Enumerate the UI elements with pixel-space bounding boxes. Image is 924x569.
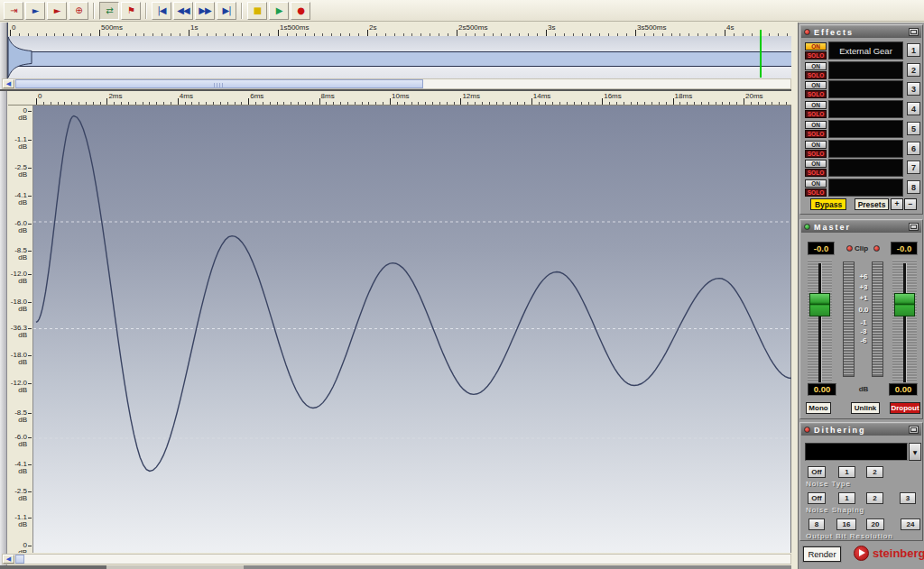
effect-slot-number-button[interactable]: 4 bbox=[907, 102, 920, 115]
overview-scrollbar-thumb[interactable] bbox=[15, 79, 423, 88]
window-button-icon[interactable] bbox=[909, 223, 919, 231]
level-meter-left bbox=[843, 262, 855, 377]
noise-shaping-option-button[interactable]: 3 bbox=[900, 492, 916, 504]
stop-button[interactable]: ■ bbox=[247, 2, 267, 20]
play-from-marker-button[interactable]: ► bbox=[25, 2, 45, 20]
render-button[interactable]: Render bbox=[803, 546, 841, 562]
mono-button[interactable]: Mono bbox=[806, 402, 831, 414]
main-scrollbar-thumb[interactable] bbox=[15, 555, 24, 564]
loop-button[interactable]: ⇄ bbox=[99, 2, 119, 20]
effect-solo-button[interactable]: SOLO bbox=[805, 169, 827, 177]
effect-solo-button[interactable]: SOLO bbox=[805, 71, 827, 79]
effect-on-button[interactable]: ON bbox=[805, 121, 827, 129]
noise-shaping-option-button[interactable]: 1 bbox=[838, 492, 855, 504]
db-scale-tick bbox=[28, 413, 32, 414]
marker-options-button[interactable]: ⊕ bbox=[69, 2, 88, 20]
effect-solo-button[interactable]: SOLO bbox=[805, 150, 827, 158]
ruler-tick bbox=[546, 30, 547, 36]
effect-on-button[interactable]: ON bbox=[805, 42, 827, 50]
play-button[interactable]: ▶ bbox=[269, 2, 289, 20]
noise-shaping-option-button[interactable]: Off bbox=[808, 492, 826, 504]
record-button[interactable]: ● bbox=[291, 2, 310, 20]
effect-slot-display[interactable]: External Gear bbox=[828, 41, 903, 60]
effect-on-button[interactable]: ON bbox=[805, 160, 827, 168]
effect-on-button[interactable]: ON bbox=[805, 141, 827, 149]
db-scale-tick bbox=[28, 491, 32, 492]
master-fader-left[interactable] bbox=[808, 260, 832, 386]
unlink-button[interactable]: Unlink bbox=[851, 402, 880, 414]
main-scrollbar[interactable]: ◀ bbox=[2, 554, 791, 564]
effect-slot-display[interactable] bbox=[828, 140, 903, 158]
add-effect-button[interactable]: + bbox=[891, 198, 903, 210]
bit-resolution-option-button[interactable]: 20 bbox=[866, 519, 884, 530]
play-to-marker-button[interactable]: ► bbox=[47, 2, 67, 20]
effect-slot-display[interactable] bbox=[828, 61, 903, 79]
waveform-editor[interactable] bbox=[33, 106, 791, 553]
drop-marker-button[interactable]: ⇥ bbox=[4, 2, 23, 20]
overview-time-ruler[interactable]: 0500ms1s1s500ms2s2s500ms3s3s500ms4s bbox=[7, 23, 791, 36]
noise-type-option-button[interactable]: Off bbox=[808, 466, 826, 478]
noise-type-option-button[interactable]: 1 bbox=[838, 466, 855, 478]
effect-solo-button[interactable]: SOLO bbox=[805, 188, 827, 197]
fader-handle[interactable] bbox=[809, 293, 830, 317]
effect-on-button[interactable]: ON bbox=[805, 81, 827, 89]
noise-shaping-option-button[interactable]: 2 bbox=[866, 492, 883, 504]
dither-plugin-display[interactable] bbox=[805, 443, 908, 461]
overview-waveform[interactable] bbox=[7, 36, 791, 78]
noise-type-option-button[interactable]: 2 bbox=[866, 466, 883, 478]
effect-solo-button[interactable]: SOLO bbox=[805, 110, 827, 118]
bit-resolution-option-button[interactable]: 24 bbox=[901, 519, 920, 530]
go-to-end-button[interactable]: ▶| bbox=[217, 2, 236, 20]
overview-scrollbar[interactable]: ◀ bbox=[2, 78, 791, 89]
scroll-left-icon[interactable]: ◀ bbox=[3, 79, 14, 88]
scrollbar-grip bbox=[214, 83, 225, 88]
scroll-left-icon[interactable]: ◀ bbox=[3, 555, 14, 564]
effect-slot-number-button[interactable]: 1 bbox=[907, 43, 920, 57]
fader-handle[interactable] bbox=[894, 293, 915, 317]
main-time-ruler[interactable]: 02ms4ms6ms8ms10ms12ms14ms16ms18ms20ms bbox=[8, 91, 791, 106]
dropout-button[interactable]: Dropout bbox=[890, 402, 920, 414]
effect-slot-display[interactable] bbox=[828, 120, 903, 138]
bypass-button[interactable]: Bypass bbox=[810, 198, 846, 210]
insert-marker-icon: ⚑ bbox=[127, 6, 134, 15]
ruler-tick-label: 1s bbox=[190, 23, 198, 32]
effect-slot-number-button[interactable]: 5 bbox=[907, 122, 920, 135]
effect-slot-number-button[interactable]: 6 bbox=[907, 142, 920, 155]
effect-on-button[interactable]: ON bbox=[805, 179, 827, 188]
rewind-button[interactable]: ◀◀ bbox=[173, 2, 193, 20]
ruler-tick-label: 16ms bbox=[604, 92, 622, 100]
effect-slot-display[interactable] bbox=[828, 100, 903, 118]
effect-slot-number-button[interactable]: 3 bbox=[907, 82, 920, 96]
effects-title-bar[interactable]: Effects bbox=[801, 26, 921, 38]
dithering-title-bar[interactable]: Dithering bbox=[801, 424, 921, 436]
presets-button[interactable]: Presets bbox=[855, 198, 889, 210]
effect-slot-number-button[interactable]: 2 bbox=[907, 63, 920, 77]
bit-resolution-option-button[interactable]: 16 bbox=[836, 519, 856, 530]
effect-slot-display[interactable] bbox=[828, 179, 903, 197]
effect-solo-button[interactable]: SOLO bbox=[805, 130, 827, 138]
ruler-tick bbox=[744, 98, 744, 105]
db-scale-tick bbox=[28, 196, 32, 197]
effect-solo-button[interactable]: SOLO bbox=[805, 51, 827, 60]
effect-on-button[interactable]: ON bbox=[805, 101, 827, 109]
remove-effect-button[interactable]: − bbox=[904, 198, 917, 210]
window-button-icon[interactable] bbox=[909, 28, 919, 36]
go-to-start-button[interactable]: |◀ bbox=[152, 2, 171, 20]
effect-on-button[interactable]: ON bbox=[805, 62, 827, 70]
ruler-tick bbox=[36, 98, 37, 105]
effect-slot-number-button[interactable]: 8 bbox=[907, 180, 920, 194]
window-button-icon[interactable] bbox=[909, 426, 919, 434]
dither-dropdown-button[interactable]: ▼ bbox=[909, 443, 921, 461]
master-fader-right[interactable] bbox=[892, 260, 917, 386]
effect-slot-number-button[interactable]: 7 bbox=[907, 161, 920, 174]
toolbar: ⇥►►⊕⇄⚑|◀◀◀▶▶▶|■▶● bbox=[0, 0, 924, 22]
effect-slot-display[interactable] bbox=[828, 80, 903, 98]
insert-marker-button[interactable]: ⚑ bbox=[121, 2, 141, 20]
fast-forward-button[interactable]: ▶▶ bbox=[195, 2, 215, 20]
peak-display-left: -0.0 bbox=[808, 242, 835, 255]
effect-solo-button[interactable]: SOLO bbox=[805, 90, 827, 98]
master-title-bar[interactable]: Master bbox=[801, 221, 921, 233]
db-scale-label: -6.0dB bbox=[8, 434, 27, 448]
effect-slot-display[interactable] bbox=[828, 159, 903, 177]
bit-resolution-option-button[interactable]: 8 bbox=[808, 519, 825, 530]
